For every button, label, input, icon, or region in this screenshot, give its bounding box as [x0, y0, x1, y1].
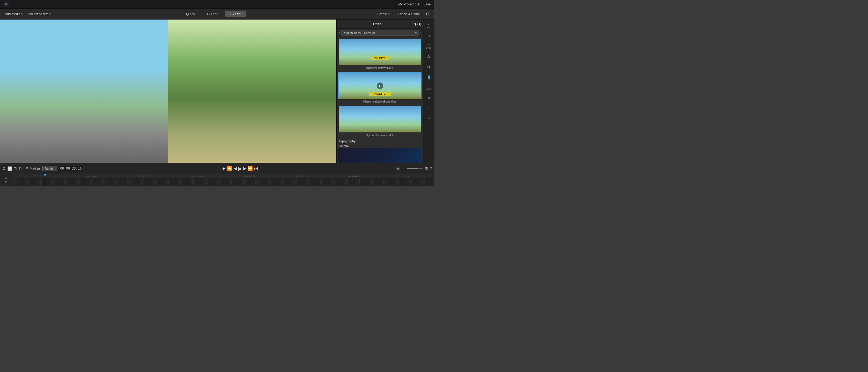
- panel-filter-row: « Motion Titles – Show All »: [337, 29, 423, 37]
- iconbar-edit[interactable]: ✂ EDIT: [424, 41, 434, 51]
- iconbar-adjust[interactable]: ⊞: [424, 31, 434, 41]
- top-bar-right: My Project.prel Save: [399, 2, 431, 6]
- volume-slider[interactable]: [407, 168, 423, 169]
- title-thumbnail-3[interactable]: PALETTE: [338, 106, 422, 133]
- iconbar-emoji[interactable]: ☺: [424, 114, 434, 123]
- title-card-3[interactable]: PALETTE 03geometrictravelendtitle: [338, 106, 422, 137]
- iconbar-fx-b[interactable]: fx: [424, 62, 434, 72]
- timeline-tool-2[interactable]: ≋: [5, 180, 7, 184]
- mode-switcher: Quick Guided Expert: [55, 10, 372, 18]
- frame-back-button[interactable]: ◀: [234, 166, 237, 171]
- title-thumb-bg-1: PALETTE: [339, 39, 421, 65]
- timeline-fullscreen-icon[interactable]: ⛶: [401, 166, 405, 171]
- iconbar-music[interactable]: ♪: [424, 103, 434, 113]
- right-panel: « Titles ? FIX « Motion Titles – Show Al…: [336, 20, 423, 163]
- play-button[interactable]: ▶: [238, 165, 242, 172]
- iconbar-film[interactable]: ▦: [424, 93, 434, 102]
- timecode: 00;00;33;10: [59, 166, 83, 171]
- play-icon-overlay[interactable]: ▶: [377, 83, 383, 89]
- add-icon: +: [428, 84, 429, 88]
- ruler-mark-5: 00;03;12;06: [276, 175, 328, 178]
- panel-nav-left[interactable]: «: [339, 22, 341, 26]
- panel-header: « Titles ? FIX: [337, 20, 423, 29]
- section-kinetic: Kinetic: [339, 144, 421, 148]
- adjust-icon: ⊞: [428, 34, 430, 38]
- iconbar-add[interactable]: + ADD: [424, 83, 434, 92]
- timeline-snap-icon[interactable]: ⊡: [13, 166, 17, 171]
- section-typography: Typography: [339, 140, 421, 143]
- iconbar-fix[interactable]: ✦ FIX: [424, 21, 434, 30]
- mode-guided[interactable]: Guided: [202, 10, 224, 18]
- timeline-right-controls: ☰ ⛶ ⊞ ?: [396, 166, 432, 171]
- panel-content: PALETTE 01geometrictravellabel PALETTE ▶…: [337, 37, 423, 163]
- create-button[interactable]: Create ▾: [374, 11, 393, 18]
- fx-a-icon: fx: [428, 55, 430, 58]
- project-assets-button[interactable]: Project Assets ▾: [26, 11, 52, 17]
- iconbar-fx-a[interactable]: fx: [424, 52, 434, 61]
- filter-nav-left[interactable]: «: [338, 31, 340, 35]
- title-thumbnail-2[interactable]: PALETTE ▶: [338, 72, 422, 99]
- step-back-button[interactable]: ⏪: [227, 166, 232, 171]
- title-name-3: 03geometrictravelendtitle: [338, 134, 422, 137]
- bike-scene-right: [168, 20, 336, 163]
- goto-end-button[interactable]: ⏭: [254, 166, 258, 171]
- timeline-tool-1[interactable]: ≡: [5, 176, 7, 180]
- timeline-track: 00;00;00;00 00;01;04;02 00;01;36;02 00;0…: [12, 174, 434, 186]
- panel-nav-right[interactable]: FIX: [415, 22, 421, 26]
- ruler-mark-4: 00;02;40;04: [223, 175, 276, 178]
- timeline-track-body: [12, 178, 434, 186]
- timeline-menu-icon[interactable]: ☰: [396, 166, 400, 171]
- toolbar-right: Create ▾ Export & Share ⚙: [374, 11, 431, 18]
- save-button[interactable]: Save: [424, 2, 431, 6]
- title-thumb-bg-3: PALETTE: [339, 106, 421, 132]
- settings-icon[interactable]: ⚙: [425, 11, 431, 17]
- filter-nav-right[interactable]: »: [420, 31, 422, 35]
- frame-forward-button[interactable]: ▶: [243, 166, 246, 171]
- project-assets-label: Project Assets: [28, 12, 48, 16]
- ruler-mark-1: 00;01;04;02: [66, 175, 118, 178]
- timeline-zoom-icon[interactable]: ⊞: [425, 166, 428, 171]
- volume-fill: [407, 168, 418, 169]
- export-button[interactable]: Export & Share: [395, 11, 423, 18]
- timeline-left-tools: ≡ ≋: [0, 174, 12, 186]
- mode-quick[interactable]: Quick: [181, 10, 200, 18]
- timeline-delete-icon[interactable]: 🗑: [19, 166, 22, 171]
- iconbar-color[interactable]: ▮: [424, 72, 434, 82]
- add-media-button[interactable]: Add Media ▾: [3, 11, 24, 17]
- timeline-view-icon[interactable]: ⬜: [7, 166, 12, 171]
- markers-text: Markers: [30, 167, 41, 170]
- filter-dropdown[interactable]: Motion Titles – Show All: [341, 30, 419, 35]
- color-icon: ▮: [428, 74, 430, 80]
- title-card-1[interactable]: PALETTE 01geometrictravellabel: [338, 38, 422, 69]
- emoji-icon: ☺: [427, 117, 430, 120]
- ruler-mark-6: 00;03;44;06: [328, 175, 380, 178]
- title-thumb-label-2: PALETTE: [369, 92, 391, 96]
- timeline-row: ≡ ≋ 00;00;00;00 00;01;04;02 00;01;36;02 …: [0, 174, 434, 186]
- project-name: My Project.prel: [399, 2, 420, 6]
- panel-help-button[interactable]: ?: [413, 22, 415, 26]
- timeline-settings-icon[interactable]: ⚙: [2, 166, 6, 171]
- preview-images: [0, 20, 336, 163]
- title-card-2[interactable]: PALETTE ▶ 02geometrictravellowerthird: [338, 72, 422, 103]
- mode-expert[interactable]: Expert: [225, 10, 246, 18]
- timeline-help-icon[interactable]: ?: [430, 166, 432, 171]
- preview-area: [0, 20, 336, 163]
- project-assets-chevron-icon: ▾: [49, 12, 51, 16]
- render-button[interactable]: Render: [42, 166, 57, 171]
- goto-start-button[interactable]: ⏮: [222, 166, 226, 171]
- ruler-marks: 00;00;00;00 00;01;04;02 00;01;36;02 00;0…: [12, 175, 434, 178]
- preview-left: [0, 20, 168, 163]
- scissors-icon: ✂: [428, 43, 430, 47]
- markers-label: ▽: [26, 166, 28, 170]
- title-thumbnail-1[interactable]: PALETTE: [338, 38, 422, 66]
- timeline-separator-1: [24, 166, 24, 171]
- toolbar-left: Add Media ▾ Project Assets ▾: [3, 11, 52, 17]
- step-forward-button[interactable]: ⏩: [247, 166, 253, 171]
- top-bar-left: Pr: [3, 1, 9, 7]
- kinetic-thumbnail[interactable]: [338, 148, 422, 163]
- main-content: « Titles ? FIX « Motion Titles – Show Al…: [0, 20, 434, 163]
- fix-icon: ✦: [428, 23, 430, 26]
- timeline-ruler: 00;00;00;00 00;01;04;02 00;01;36;02 00;0…: [12, 174, 434, 178]
- export-label: Export & Share: [398, 12, 420, 16]
- preview-right: [168, 20, 336, 163]
